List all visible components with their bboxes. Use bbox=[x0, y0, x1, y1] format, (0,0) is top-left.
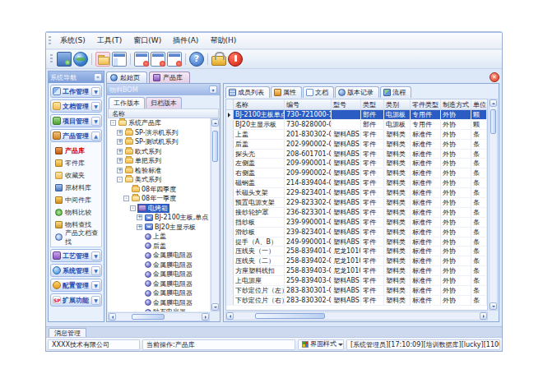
tree-item[interactable]: + 欧式系列 bbox=[108, 147, 210, 157]
tree-expander-icon[interactable]: + bbox=[137, 214, 142, 220]
tree-item[interactable]: + BJ20主显示板 bbox=[108, 223, 210, 233]
separator[interactable] bbox=[207, 53, 208, 65]
table-row[interactable]: 接纱轮护罩 236-823301-00E 塑料ABS 零件 塑料类 标准件 外协… bbox=[226, 208, 487, 218]
nav-item[interactable]: 原材料库 bbox=[51, 182, 101, 194]
tree-item[interactable]: 金属膜电阻器 bbox=[108, 288, 210, 298]
chevron-down-icon[interactable]: ▼ bbox=[91, 281, 100, 290]
menu-item[interactable]: 帮助(H) bbox=[204, 34, 242, 48]
tree-item[interactable]: - 系统产品库 bbox=[108, 118, 210, 128]
menu-item[interactable]: 工具(T) bbox=[91, 34, 128, 48]
column-header[interactable]: 零件类型 bbox=[411, 99, 441, 109]
tree-item[interactable]: 金属膜电阻器 bbox=[108, 261, 210, 270]
tree-expander-icon[interactable]: + bbox=[117, 149, 123, 154]
scroll-thumb[interactable] bbox=[255, 313, 325, 319]
tree-item[interactable]: + 单把系列 bbox=[108, 156, 210, 166]
column-header[interactable]: 单位 bbox=[471, 99, 487, 109]
window-refresh-icon[interactable] bbox=[167, 52, 182, 67]
table-row[interactable]: 预置电源支架 229-823302-00E 塑料ABS 零件 塑料类 标准件 外… bbox=[226, 198, 487, 208]
tree-item[interactable]: + SP-测试机系列 bbox=[108, 137, 210, 147]
chevron-up-icon[interactable]: ▲ bbox=[91, 131, 100, 141]
tree-item[interactable]: 上盖 bbox=[108, 232, 210, 242]
window-close-icon[interactable] bbox=[134, 52, 149, 67]
toolbar-grip[interactable] bbox=[49, 36, 51, 46]
tree-item[interactable]: - 08年一季度 bbox=[108, 194, 210, 204]
member-tab[interactable]: 版本记录 bbox=[335, 86, 379, 98]
folder-icon[interactable] bbox=[95, 52, 110, 67]
nav-group[interactable]: 文档管理 ▼ bbox=[50, 99, 102, 113]
tree-expander-icon[interactable]: + bbox=[137, 224, 142, 230]
table-row[interactable]: 左侧盖 209-990001-01E 塑料ABS 零件 塑料类 标准件 外协 条 bbox=[226, 159, 487, 168]
table-row[interactable]: BJ20主显示板 730-828000-04E 部件 电源板 专用件 外协 颗 bbox=[226, 120, 487, 130]
tree-item[interactable]: 后盖 bbox=[108, 242, 210, 251]
chevron-down-icon[interactable]: ▼ bbox=[91, 266, 100, 275]
chevron-down-icon[interactable]: ▼ bbox=[91, 117, 100, 126]
tree-item[interactable]: 独石电容器 bbox=[108, 307, 210, 311]
collapse-nav-icon[interactable]: « bbox=[94, 73, 102, 81]
table-row[interactable]: 右侧盖 209-990002-01E 塑料ABS 零件 塑料类 标准件 外协 条 bbox=[226, 168, 487, 178]
close-tab-icon[interactable]: ✕ bbox=[490, 72, 499, 82]
table-row[interactable]: 上电源座 259-839403-00E 塑料ABS 零件 塑料类 标准件 外协 … bbox=[226, 276, 487, 286]
table-row[interactable]: 滑纱板 239-823401-00E 塑料ABS 零件 塑料类 标准件 外协 条 bbox=[226, 228, 487, 238]
scroll-thumb[interactable] bbox=[212, 131, 218, 162]
nav-group[interactable]: 系统管理 ▼ bbox=[50, 264, 102, 277]
tree-expander-icon[interactable]: - bbox=[110, 120, 116, 126]
table-row[interactable]: BJ-2100主板单点 730-721000-12E 部件 电源板 专用件 外协… bbox=[226, 110, 487, 120]
nav-group-product[interactable]: 产品管理 ▲ bbox=[50, 129, 102, 142]
nav-item[interactable]: 中间件库 bbox=[51, 194, 101, 206]
tree-expander-icon[interactable]: - bbox=[130, 205, 136, 211]
tree-item[interactable]: + 检验标准 bbox=[108, 166, 210, 176]
tree-item[interactable]: - 美式系列 bbox=[108, 175, 210, 185]
table-row[interactable]: 后盖 202-990002-01E 塑料ABS 零件 塑料类 标准件 外协 条 bbox=[226, 140, 487, 150]
table-row[interactable]: 方座塑料线扣 258-839403-00E 尼龙1010 零件 塑料类 标准件 … bbox=[226, 266, 487, 276]
tree-expander-icon[interactable]: + bbox=[117, 139, 123, 145]
tree-column-header[interactable]: 名称 bbox=[108, 108, 219, 118]
table-row[interactable]: 压线夹（一） 258-839401-00E 尼龙1010 零件 塑料类 标准件 … bbox=[226, 247, 487, 256]
nav-item[interactable]: 产品文档查找 bbox=[51, 231, 101, 243]
window-layout-icon[interactable] bbox=[112, 52, 127, 67]
nav-group[interactable]: SP 扩展功能 ▼ bbox=[50, 293, 102, 307]
column-header[interactable]: 型号 bbox=[332, 99, 361, 109]
tree-horizontal-scrollbar[interactable] bbox=[108, 312, 210, 321]
scroll-right-icon[interactable] bbox=[480, 312, 487, 320]
table-row[interactable]: 磁钢盖 214-839404-01E 塑料ABS 零件 塑料类 标准件 外协 条 bbox=[226, 178, 487, 188]
lock-icon[interactable] bbox=[211, 56, 226, 66]
tree-item[interactable]: 金属膜电阻器 bbox=[108, 270, 210, 279]
nav-group[interactable]: 配置管理 ▼ bbox=[50, 279, 102, 292]
nav-item[interactable]: 收藏夹 bbox=[51, 169, 101, 182]
nav-item[interactable]: 产品库 bbox=[51, 145, 101, 157]
tree-expander-icon[interactable]: + bbox=[117, 158, 123, 164]
window-export-icon[interactable] bbox=[151, 52, 165, 67]
menu-item[interactable]: 系统(S) bbox=[54, 34, 91, 48]
menu-item[interactable]: 插件(A) bbox=[167, 34, 204, 48]
scroll-right-icon[interactable] bbox=[202, 313, 209, 321]
scroll-up-icon[interactable] bbox=[211, 119, 219, 127]
tree-item[interactable]: + SP-演示机系列 bbox=[108, 128, 210, 138]
scroll-thumb[interactable] bbox=[132, 314, 165, 320]
column-header[interactable]: 编号 bbox=[285, 99, 332, 109]
menu-item[interactable]: 窗口(W) bbox=[128, 34, 167, 48]
member-tab[interactable]: 文档 bbox=[303, 86, 334, 98]
table-row[interactable]: 提手（A、B） 249-990001-01E 塑料ABS 零件 塑料类 标准件 … bbox=[226, 238, 487, 247]
nav-item[interactable]: 物料比较 bbox=[51, 206, 101, 219]
table-row[interactable]: 下纱定位片（左） 283-830301-00E 塑料ABS 零件 塑料类 标准件… bbox=[226, 286, 487, 296]
chevron-down-icon[interactable]: ▼ bbox=[91, 251, 100, 261]
tree-expander-icon[interactable]: - bbox=[123, 196, 129, 201]
separator[interactable] bbox=[185, 53, 186, 65]
ui-style-button[interactable]: 界面样式 bbox=[298, 339, 344, 350]
table-row[interactable]: 下纱定位片（右） 283-830302-00E 塑料ABS 零件 塑料类 标准件… bbox=[226, 296, 487, 306]
tree-item[interactable]: + BJ-2100主板,单点 bbox=[108, 213, 210, 223]
member-tab[interactable]: 流程 bbox=[380, 86, 411, 98]
version-tab[interactable]: 归档版本 bbox=[146, 97, 182, 108]
table-row[interactable]: 挡纱板 239-990001-01E 塑料ABS 零件 塑料类 标准件 外协 条 bbox=[226, 218, 487, 228]
tree-item[interactable]: 金属膜电阻器 bbox=[108, 279, 210, 289]
nav-group[interactable]: 项目管理 ▼ bbox=[50, 114, 102, 127]
scroll-left-icon[interactable] bbox=[109, 313, 116, 321]
globe-icon[interactable] bbox=[73, 52, 88, 67]
table-row[interactable]: 压线夹（二） 258-839402-00E 尼龙1010 零件 塑料类 标准件 … bbox=[226, 256, 487, 266]
scroll-down-icon[interactable] bbox=[490, 302, 497, 310]
chevron-down-icon[interactable]: ▼ bbox=[91, 102, 100, 111]
help-icon[interactable]: ? bbox=[189, 52, 204, 67]
scroll-thumb[interactable] bbox=[490, 109, 496, 134]
table-horizontal-scrollbar[interactable] bbox=[225, 311, 488, 321]
tree-item[interactable]: 08年四季度 bbox=[108, 185, 210, 195]
